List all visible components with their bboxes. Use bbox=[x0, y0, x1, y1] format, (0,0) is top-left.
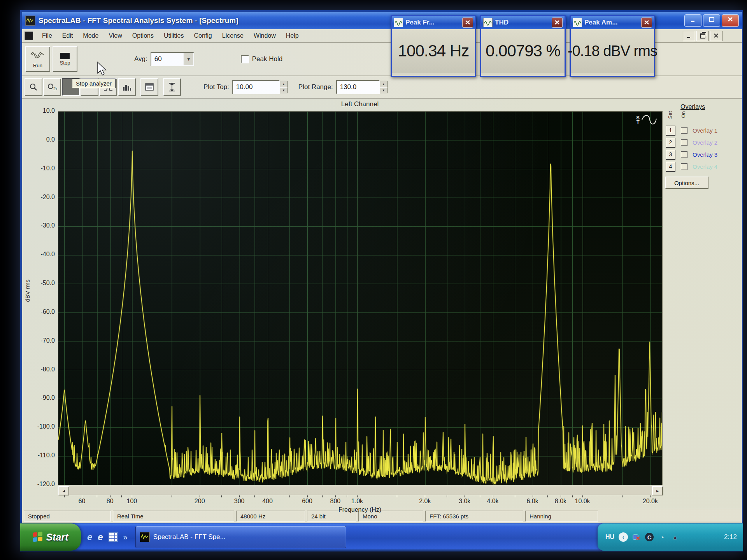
stop-button[interactable]: Stop bbox=[53, 46, 77, 72]
overlay-1-checkbox[interactable] bbox=[681, 127, 687, 134]
menu-file[interactable]: File bbox=[37, 31, 57, 40]
menu-utilities[interactable]: Utilities bbox=[159, 31, 189, 40]
avg-label: Avg: bbox=[134, 55, 147, 63]
scroll-right-button[interactable]: ► bbox=[652, 486, 663, 495]
overlay-row-4: 4 Overlay 4 bbox=[665, 161, 731, 173]
run-label: Run bbox=[33, 63, 42, 68]
maximize-button[interactable] bbox=[703, 14, 720, 27]
x-tickmark bbox=[650, 495, 651, 497]
thd-window[interactable]: THD 0.00793 % bbox=[480, 15, 566, 77]
chart-title: Left Channel bbox=[58, 100, 662, 108]
spectrum-plot[interactable]: ST bbox=[58, 111, 663, 485]
overlay-row-2: 2 Overlay 2 bbox=[665, 136, 731, 149]
overlay-4-set-button[interactable]: 4 bbox=[666, 162, 675, 172]
minimize-button[interactable] bbox=[684, 14, 701, 27]
start-button[interactable]: Start bbox=[20, 523, 81, 551]
overlay-2-checkbox[interactable] bbox=[681, 139, 687, 146]
menu-edit[interactable]: Edit bbox=[57, 31, 78, 40]
child-minimize-button[interactable] bbox=[683, 31, 695, 41]
meter-close-icon[interactable] bbox=[462, 18, 473, 28]
window-title: SpectraLAB - FFT Spectral Analysis Syste… bbox=[39, 16, 238, 25]
peak-amplitude-value: -0.18 dBV rms bbox=[571, 29, 654, 73]
x-tickmark bbox=[547, 495, 548, 497]
overlay-1-set-button[interactable]: 1 bbox=[666, 126, 675, 136]
peak-amplitude-window[interactable]: Peak Am... -0.18 dBV rms bbox=[570, 15, 655, 77]
language-indicator[interactable]: HU bbox=[605, 534, 614, 541]
child-restore-button[interactable] bbox=[696, 31, 709, 41]
system-tray: HU ‹ C ◔ ▲ 2:12 bbox=[598, 523, 743, 551]
x-tickmark bbox=[493, 495, 493, 497]
spectralab-task-button[interactable]: SpectraLAB - FFT Spe... bbox=[135, 526, 346, 548]
overlay-1-label: Overlay 1 bbox=[693, 127, 717, 134]
spectralab-logo: ST bbox=[636, 115, 657, 125]
plot-range-spinner[interactable]: ▲▼ bbox=[380, 81, 388, 93]
tray-collapse-icon[interactable]: ‹ bbox=[619, 532, 628, 542]
bar-chart-icon bbox=[122, 82, 132, 92]
x-tick-label: 1.0k bbox=[351, 498, 363, 505]
menu-window[interactable]: Window bbox=[249, 31, 281, 40]
y-axis-label: dBV rms bbox=[24, 273, 31, 308]
plot-range-label: Plot Range: bbox=[298, 83, 333, 91]
x-axis-label: Frequency (Hz) bbox=[58, 506, 662, 513]
x-tick-label: 10.0k bbox=[575, 498, 590, 505]
spectrum-child-icon bbox=[25, 32, 33, 40]
antivirus-icon[interactable]: ▲ bbox=[671, 533, 679, 541]
y-tick-label: 10.0 bbox=[24, 107, 55, 114]
plot-top-field[interactable]: 10.00 bbox=[232, 80, 280, 94]
meter-close-icon[interactable] bbox=[641, 18, 652, 28]
avg-combobox[interactable]: 60 ▼ bbox=[151, 52, 194, 66]
run-waveform-icon bbox=[30, 50, 46, 62]
child-close-button[interactable] bbox=[710, 31, 722, 41]
zoom-button[interactable] bbox=[25, 78, 42, 96]
tray-swirl-icon[interactable]: ◔ bbox=[658, 533, 666, 541]
x-tick-label: 6.0k bbox=[526, 498, 538, 505]
x-tickmark bbox=[97, 495, 97, 497]
menu-options[interactable]: Options bbox=[127, 31, 159, 40]
tray-c-icon[interactable]: C bbox=[645, 533, 654, 541]
menu-mode[interactable]: Mode bbox=[78, 31, 103, 40]
volume-muted-icon[interactable] bbox=[632, 533, 641, 541]
scroll-left-button[interactable]: ◄ bbox=[58, 486, 69, 495]
x-tickmark bbox=[533, 495, 533, 497]
overlays-options-button[interactable]: Options... bbox=[665, 177, 708, 189]
scale-button[interactable] bbox=[163, 78, 181, 96]
peak-hold-checkbox[interactable] bbox=[241, 55, 249, 63]
x-tickmark bbox=[268, 495, 268, 497]
peak-frequency-window[interactable]: Peak Fr... 100.34 Hz bbox=[391, 15, 476, 77]
menu-view[interactable]: View bbox=[103, 31, 127, 40]
menu-help[interactable]: Help bbox=[281, 31, 304, 40]
spectrogram-button[interactable] bbox=[118, 78, 136, 96]
zoom-2x-button[interactable]: 2x bbox=[43, 78, 61, 96]
vertical-range-icon bbox=[168, 82, 176, 92]
overlay-3-checkbox[interactable] bbox=[681, 151, 687, 158]
x-tickmark bbox=[447, 495, 447, 497]
quick-launch-more-icon[interactable]: » bbox=[123, 533, 128, 542]
overlay-4-checkbox[interactable] bbox=[681, 163, 687, 170]
y-tick-label: -40.0 bbox=[24, 251, 55, 258]
desktop-grid-icon[interactable] bbox=[109, 532, 118, 542]
combo-dropdown-icon[interactable]: ▼ bbox=[184, 53, 193, 65]
meter-title: THD bbox=[495, 19, 552, 26]
plot-top-spinner[interactable]: ▲▼ bbox=[280, 81, 288, 93]
explorer-icon[interactable]: e bbox=[98, 532, 103, 542]
plot-range-field[interactable]: 130.0 bbox=[336, 80, 380, 94]
meter-close-icon[interactable] bbox=[552, 18, 563, 28]
x-tickmark bbox=[347, 495, 347, 497]
run-button[interactable]: Run bbox=[25, 46, 50, 72]
x-tickmark bbox=[622, 495, 622, 497]
close-button[interactable] bbox=[722, 14, 739, 27]
menu-license[interactable]: License bbox=[217, 31, 249, 40]
frequency-scrollbar[interactable]: ◄ ► bbox=[58, 486, 663, 495]
overlay-3-set-button[interactable]: 3 bbox=[666, 150, 675, 160]
menu-config[interactable]: Config bbox=[189, 31, 217, 40]
x-tick-label: 600 bbox=[302, 498, 312, 505]
overlay-4-label: Overlay 4 bbox=[693, 163, 717, 170]
spectralab-window: SpectraLAB - FFT Spectral Analysis Syste… bbox=[22, 12, 742, 523]
display-settings-button[interactable] bbox=[140, 78, 158, 96]
overlay-2-set-button[interactable]: 2 bbox=[666, 138, 675, 148]
browser-icon[interactable]: e bbox=[87, 532, 92, 542]
clock[interactable]: 2:12 bbox=[724, 533, 737, 541]
overlay-row-3: 3 Overlay 3 bbox=[665, 149, 731, 161]
overlays-panel: Overlays Set On 1 Overlay 1 2 Overlay 2 … bbox=[665, 103, 731, 189]
x-tickmark bbox=[307, 495, 308, 497]
